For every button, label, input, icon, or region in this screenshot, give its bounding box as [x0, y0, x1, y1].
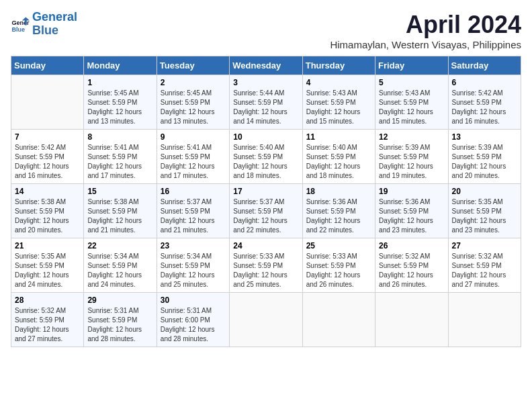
calendar-cell: 2Sunrise: 5:45 AMSunset: 5:59 PMDaylight… — [157, 75, 229, 130]
day-info: Sunrise: 5:39 AMSunset: 5:59 PMDaylight:… — [379, 143, 444, 181]
day-number: 14 — [15, 187, 80, 196]
day-info: Sunrise: 5:41 AMSunset: 5:59 PMDaylight:… — [87, 143, 152, 181]
logo-icon: General Blue — [11, 15, 30, 34]
logo-text: General Blue — [32, 11, 77, 38]
day-number: 6 — [452, 78, 517, 87]
day-info: Sunrise: 5:33 AMSunset: 5:59 PMDaylight:… — [306, 252, 371, 289]
day-info: Sunrise: 5:42 AMSunset: 5:59 PMDaylight:… — [452, 89, 517, 126]
calendar-cell: 23Sunrise: 5:34 AMSunset: 5:59 PMDayligh… — [157, 238, 229, 293]
calendar-cell: 8Sunrise: 5:41 AMSunset: 5:59 PMDaylight… — [84, 130, 157, 184]
day-info: Sunrise: 5:43 AMSunset: 5:59 PMDaylight:… — [306, 89, 371, 126]
day-number: 29 — [87, 295, 152, 305]
weekday-header-wednesday: Wednesday — [230, 56, 302, 75]
day-info: Sunrise: 5:35 AMSunset: 5:59 PMDaylight:… — [15, 252, 80, 289]
day-number: 24 — [233, 241, 298, 250]
day-info: Sunrise: 5:36 AMSunset: 5:59 PMDaylight:… — [306, 197, 371, 235]
day-number: 19 — [379, 187, 444, 196]
calendar-cell: 9Sunrise: 5:41 AMSunset: 5:59 PMDaylight… — [157, 130, 229, 184]
day-number: 8 — [87, 132, 152, 142]
day-info: Sunrise: 5:37 AMSunset: 5:59 PMDaylight:… — [161, 197, 226, 235]
day-number: 3 — [233, 78, 298, 87]
day-info: Sunrise: 5:42 AMSunset: 5:59 PMDaylight:… — [15, 143, 80, 181]
calendar-cell — [302, 293, 375, 347]
calendar-cell: 21Sunrise: 5:35 AMSunset: 5:59 PMDayligh… — [11, 238, 84, 293]
day-info: Sunrise: 5:37 AMSunset: 5:59 PMDaylight:… — [233, 197, 298, 235]
calendar-cell: 18Sunrise: 5:36 AMSunset: 5:59 PMDayligh… — [302, 184, 375, 238]
day-number: 27 — [452, 241, 517, 250]
day-number: 4 — [306, 78, 371, 87]
weekday-header-sunday: Sunday — [11, 56, 84, 75]
svg-text:Blue: Blue — [11, 26, 25, 32]
calendar-cell: 14Sunrise: 5:38 AMSunset: 5:59 PMDayligh… — [11, 184, 84, 238]
day-info: Sunrise: 5:44 AMSunset: 5:59 PMDaylight:… — [233, 89, 298, 126]
day-number: 26 — [379, 241, 444, 250]
day-info: Sunrise: 5:32 AMSunset: 5:59 PMDaylight:… — [452, 252, 517, 289]
day-number: 17 — [233, 187, 298, 196]
location-subtitle: Himamaylan, Western Visayas, Philippines — [330, 39, 521, 50]
calendar-cell: 28Sunrise: 5:32 AMSunset: 5:59 PMDayligh… — [11, 293, 84, 347]
calendar-cell: 30Sunrise: 5:31 AMSunset: 6:00 PMDayligh… — [157, 293, 229, 347]
day-number: 15 — [87, 187, 152, 196]
calendar-cell: 7Sunrise: 5:42 AMSunset: 5:59 PMDaylight… — [11, 130, 84, 184]
weekday-header-monday: Monday — [84, 56, 157, 75]
calendar-cell — [448, 293, 521, 347]
weekday-header-saturday: Saturday — [448, 56, 521, 75]
weekday-header-friday: Friday — [375, 56, 448, 75]
day-number: 21 — [15, 241, 80, 250]
day-number: 18 — [306, 187, 371, 196]
day-number: 11 — [306, 132, 371, 142]
day-info: Sunrise: 5:35 AMSunset: 5:59 PMDaylight:… — [452, 197, 517, 235]
day-info: Sunrise: 5:40 AMSunset: 5:59 PMDaylight:… — [306, 143, 371, 181]
calendar-cell: 3Sunrise: 5:44 AMSunset: 5:59 PMDaylight… — [230, 75, 302, 130]
calendar-cell: 4Sunrise: 5:43 AMSunset: 5:59 PMDaylight… — [302, 75, 375, 130]
title-area: April 2024 Himamaylan, Western Visayas, … — [330, 11, 521, 50]
day-number: 20 — [452, 187, 517, 196]
calendar-cell: 22Sunrise: 5:34 AMSunset: 5:59 PMDayligh… — [84, 238, 157, 293]
weekday-header-thursday: Thursday — [302, 56, 375, 75]
calendar-cell: 10Sunrise: 5:40 AMSunset: 5:59 PMDayligh… — [230, 130, 302, 184]
day-info: Sunrise: 5:38 AMSunset: 5:59 PMDaylight:… — [87, 197, 152, 235]
logo-line2: Blue — [32, 24, 58, 37]
day-number: 2 — [161, 78, 226, 87]
day-number: 28 — [15, 295, 80, 305]
calendar-cell: 27Sunrise: 5:32 AMSunset: 5:59 PMDayligh… — [448, 238, 521, 293]
calendar-cell: 16Sunrise: 5:37 AMSunset: 5:59 PMDayligh… — [157, 184, 229, 238]
day-number: 1 — [87, 78, 152, 87]
day-info: Sunrise: 5:36 AMSunset: 5:59 PMDaylight:… — [379, 197, 444, 235]
day-number: 23 — [161, 241, 226, 250]
calendar-cell — [230, 293, 302, 347]
day-info: Sunrise: 5:45 AMSunset: 5:59 PMDaylight:… — [161, 89, 226, 126]
day-info: Sunrise: 5:43 AMSunset: 5:59 PMDaylight:… — [379, 89, 444, 126]
day-info: Sunrise: 5:32 AMSunset: 5:59 PMDaylight:… — [15, 306, 80, 344]
day-number: 30 — [161, 295, 226, 305]
calendar-cell: 12Sunrise: 5:39 AMSunset: 5:59 PMDayligh… — [375, 130, 448, 184]
day-info: Sunrise: 5:45 AMSunset: 5:59 PMDaylight:… — [87, 89, 152, 126]
logo: General Blue General Blue — [11, 11, 77, 38]
calendar-table: SundayMondayTuesdayWednesdayThursdayFrid… — [11, 56, 521, 347]
month-title: April 2024 — [330, 11, 521, 39]
day-number: 9 — [161, 132, 226, 142]
calendar-cell: 20Sunrise: 5:35 AMSunset: 5:59 PMDayligh… — [448, 184, 521, 238]
calendar-cell: 11Sunrise: 5:40 AMSunset: 5:59 PMDayligh… — [302, 130, 375, 184]
day-info: Sunrise: 5:31 AMSunset: 6:00 PMDaylight:… — [161, 306, 226, 344]
day-number: 22 — [87, 241, 152, 250]
day-info: Sunrise: 5:41 AMSunset: 5:59 PMDaylight:… — [161, 143, 226, 181]
calendar-cell: 24Sunrise: 5:33 AMSunset: 5:59 PMDayligh… — [230, 238, 302, 293]
day-info: Sunrise: 5:38 AMSunset: 5:59 PMDaylight:… — [15, 197, 80, 235]
calendar-cell: 15Sunrise: 5:38 AMSunset: 5:59 PMDayligh… — [84, 184, 157, 238]
calendar-cell: 6Sunrise: 5:42 AMSunset: 5:59 PMDaylight… — [448, 75, 521, 130]
calendar-cell: 17Sunrise: 5:37 AMSunset: 5:59 PMDayligh… — [230, 184, 302, 238]
calendar-cell: 13Sunrise: 5:39 AMSunset: 5:59 PMDayligh… — [448, 130, 521, 184]
calendar-cell — [11, 75, 84, 130]
calendar-cell: 25Sunrise: 5:33 AMSunset: 5:59 PMDayligh… — [302, 238, 375, 293]
calendar-cell: 5Sunrise: 5:43 AMSunset: 5:59 PMDaylight… — [375, 75, 448, 130]
day-number: 25 — [306, 241, 371, 250]
day-info: Sunrise: 5:33 AMSunset: 5:59 PMDaylight:… — [233, 252, 298, 289]
day-number: 13 — [452, 132, 517, 142]
day-number: 5 — [379, 78, 444, 87]
calendar-cell — [375, 293, 448, 347]
weekday-header-tuesday: Tuesday — [157, 56, 229, 75]
calendar-cell: 19Sunrise: 5:36 AMSunset: 5:59 PMDayligh… — [375, 184, 448, 238]
calendar-cell: 29Sunrise: 5:31 AMSunset: 5:59 PMDayligh… — [84, 293, 157, 347]
logo-line1: General — [32, 10, 77, 24]
